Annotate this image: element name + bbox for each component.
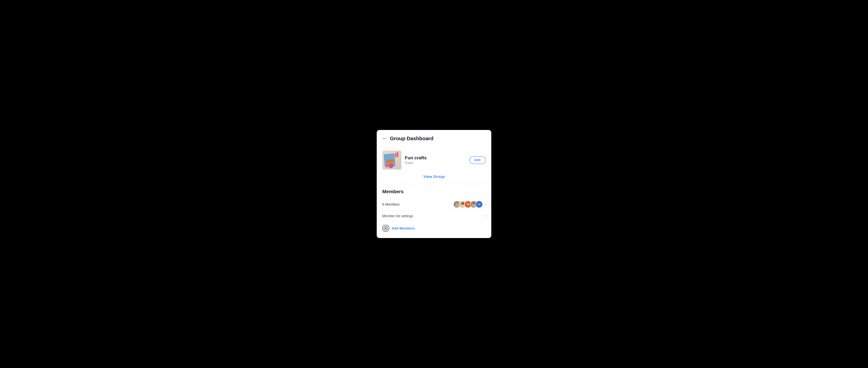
add-members-label: Add Members bbox=[392, 226, 415, 230]
settings-label: Member list settings bbox=[382, 214, 413, 218]
add-members-icon bbox=[382, 225, 389, 232]
avatar-stack: S bbox=[453, 201, 483, 208]
screen-wrapper: ← Group Dashboard Fun crafts Public E bbox=[0, 0, 868, 368]
svg-point-4 bbox=[456, 202, 459, 205]
view-group-link[interactable]: View Group bbox=[424, 174, 445, 179]
page-title: Group Dashboard bbox=[390, 136, 433, 141]
group-visibility: Public bbox=[405, 161, 466, 165]
members-heading: Members bbox=[382, 189, 486, 194]
edit-button[interactable]: Edit bbox=[469, 156, 486, 164]
group-name: Fun crafts bbox=[405, 155, 466, 161]
member-list-settings-row[interactable]: Member list settings › bbox=[382, 210, 486, 221]
group-thumbnail bbox=[382, 150, 401, 170]
craft-image bbox=[382, 150, 401, 170]
add-members-row[interactable]: Add Members bbox=[382, 221, 486, 232]
members-count-row[interactable]: 6 Members bbox=[382, 198, 486, 210]
view-group-section: View Group bbox=[377, 173, 491, 184]
members-count-label: 6 Members bbox=[382, 202, 400, 206]
back-arrow-icon: ← bbox=[382, 136, 387, 141]
craft-orange-decor bbox=[386, 159, 394, 163]
members-section: Members 6 Members bbox=[377, 184, 491, 238]
craft-flamingo2-decor bbox=[395, 153, 397, 157]
back-button[interactable]: ← bbox=[381, 136, 388, 141]
craft-pink-large-decor bbox=[389, 163, 393, 168]
members-right: S bbox=[453, 201, 486, 208]
craft-flamingo1-decor bbox=[397, 152, 398, 157]
settings-chevron-icon: › bbox=[485, 214, 486, 218]
group-info-section: Fun crafts Public Edit bbox=[377, 146, 491, 173]
members-chevron-icon: › bbox=[485, 202, 486, 206]
craft-pink-small-decor bbox=[385, 164, 389, 168]
group-text: Fun crafts Public bbox=[405, 155, 466, 165]
header: ← Group Dashboard bbox=[377, 130, 491, 146]
avatar-plus: +1 bbox=[475, 201, 483, 208]
main-card: ← Group Dashboard Fun crafts Public E bbox=[377, 130, 491, 238]
